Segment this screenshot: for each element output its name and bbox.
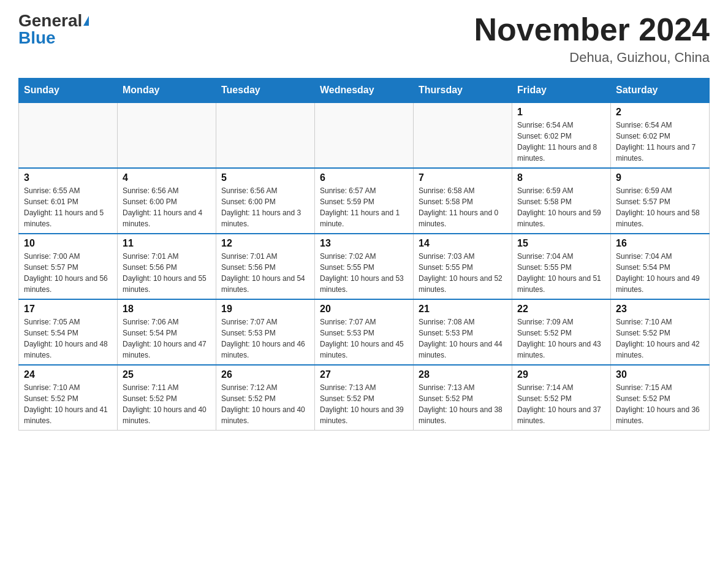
day-number: 25 (123, 369, 211, 380)
day-number: 23 (616, 304, 704, 315)
day-info: Sunrise: 7:00 AMSunset: 5:57 PMDaylight:… (24, 251, 112, 295)
day-number: 8 (517, 172, 605, 183)
day-number: 11 (123, 238, 211, 249)
day-info: Sunrise: 6:57 AMSunset: 5:59 PMDaylight:… (320, 185, 408, 229)
header-saturday: Saturday (611, 79, 710, 103)
day-number: 4 (123, 172, 211, 183)
day-info: Sunrise: 6:55 AMSunset: 6:01 PMDaylight:… (24, 185, 112, 229)
day-number: 3 (24, 172, 112, 183)
day-info: Sunrise: 6:54 AMSunset: 6:02 PMDaylight:… (517, 120, 605, 164)
calendar-header-row: SundayMondayTuesdayWednesdayThursdayFrid… (19, 79, 710, 103)
day-number: 15 (517, 238, 605, 249)
header-thursday: Thursday (414, 79, 512, 103)
calendar-cell: 23Sunrise: 7:10 AMSunset: 5:52 PMDayligh… (611, 299, 710, 365)
calendar-cell: 28Sunrise: 7:13 AMSunset: 5:52 PMDayligh… (414, 365, 512, 431)
calendar-cell: 19Sunrise: 7:07 AMSunset: 5:53 PMDayligh… (216, 299, 315, 365)
day-number: 12 (221, 238, 309, 249)
day-info: Sunrise: 7:13 AMSunset: 5:52 PMDaylight:… (320, 382, 408, 426)
day-number: 13 (320, 238, 408, 249)
week-row-3: 10Sunrise: 7:00 AMSunset: 5:57 PMDayligh… (19, 234, 710, 299)
calendar-cell: 16Sunrise: 7:04 AMSunset: 5:54 PMDayligh… (611, 234, 710, 299)
header-sunday: Sunday (19, 79, 118, 103)
day-number: 14 (419, 238, 507, 249)
day-info: Sunrise: 6:56 AMSunset: 6:00 PMDaylight:… (221, 185, 309, 229)
title-area: November 2024 Dehua, Guizhou, China (474, 12, 710, 66)
week-row-4: 17Sunrise: 7:05 AMSunset: 5:54 PMDayligh… (19, 299, 710, 365)
day-number: 29 (517, 369, 605, 380)
calendar-cell: 2Sunrise: 6:54 AMSunset: 6:02 PMDaylight… (611, 102, 710, 168)
calendar-cell: 3Sunrise: 6:55 AMSunset: 6:01 PMDaylight… (19, 168, 118, 234)
calendar-cell: 15Sunrise: 7:04 AMSunset: 5:55 PMDayligh… (512, 234, 611, 299)
location-text: Dehua, Guizhou, China (474, 50, 710, 66)
day-number: 5 (221, 172, 309, 183)
page-header: General Blue November 2024 Dehua, Guizho… (18, 12, 710, 66)
day-info: Sunrise: 7:01 AMSunset: 5:56 PMDaylight:… (221, 251, 309, 295)
calendar-cell: 5Sunrise: 6:56 AMSunset: 6:00 PMDaylight… (216, 168, 315, 234)
calendar-cell (19, 102, 118, 168)
calendar-cell (118, 102, 216, 168)
day-number: 28 (419, 369, 507, 380)
day-info: Sunrise: 7:12 AMSunset: 5:52 PMDaylight:… (221, 382, 309, 426)
calendar-cell: 9Sunrise: 6:59 AMSunset: 5:57 PMDaylight… (611, 168, 710, 234)
calendar-cell: 8Sunrise: 6:59 AMSunset: 5:58 PMDaylight… (512, 168, 611, 234)
calendar-cell (315, 102, 414, 168)
day-number: 17 (24, 304, 112, 315)
day-info: Sunrise: 7:07 AMSunset: 5:53 PMDaylight:… (320, 316, 408, 361)
calendar-cell: 30Sunrise: 7:15 AMSunset: 5:52 PMDayligh… (611, 365, 710, 431)
day-info: Sunrise: 7:04 AMSunset: 5:54 PMDaylight:… (616, 251, 704, 295)
day-info: Sunrise: 7:11 AMSunset: 5:52 PMDaylight:… (123, 382, 211, 426)
calendar-cell (216, 102, 315, 168)
calendar-cell: 10Sunrise: 7:00 AMSunset: 5:57 PMDayligh… (19, 234, 118, 299)
day-number: 30 (616, 369, 704, 380)
day-number: 2 (616, 107, 704, 118)
calendar-cell: 21Sunrise: 7:08 AMSunset: 5:53 PMDayligh… (414, 299, 512, 365)
day-info: Sunrise: 6:54 AMSunset: 6:02 PMDaylight:… (616, 120, 704, 164)
week-row-5: 24Sunrise: 7:10 AMSunset: 5:52 PMDayligh… (19, 365, 710, 431)
logo-triangle-icon (83, 16, 89, 26)
week-row-2: 3Sunrise: 6:55 AMSunset: 6:01 PMDaylight… (19, 168, 710, 234)
day-number: 27 (320, 369, 408, 380)
day-number: 6 (320, 172, 408, 183)
day-number: 16 (616, 238, 704, 249)
day-info: Sunrise: 7:01 AMSunset: 5:56 PMDaylight:… (123, 251, 211, 295)
day-info: Sunrise: 7:05 AMSunset: 5:54 PMDaylight:… (24, 316, 112, 361)
day-number: 10 (24, 238, 112, 249)
day-info: Sunrise: 7:15 AMSunset: 5:52 PMDaylight:… (616, 382, 704, 426)
calendar-cell: 26Sunrise: 7:12 AMSunset: 5:52 PMDayligh… (216, 365, 315, 431)
calendar-cell: 29Sunrise: 7:14 AMSunset: 5:52 PMDayligh… (512, 365, 611, 431)
day-info: Sunrise: 6:58 AMSunset: 5:58 PMDaylight:… (419, 185, 507, 229)
day-info: Sunrise: 7:07 AMSunset: 5:53 PMDaylight:… (221, 316, 309, 361)
calendar-cell: 13Sunrise: 7:02 AMSunset: 5:55 PMDayligh… (315, 234, 414, 299)
day-info: Sunrise: 7:02 AMSunset: 5:55 PMDaylight:… (320, 251, 408, 295)
day-number: 24 (24, 369, 112, 380)
day-info: Sunrise: 7:08 AMSunset: 5:53 PMDaylight:… (419, 316, 507, 361)
day-info: Sunrise: 7:10 AMSunset: 5:52 PMDaylight:… (24, 382, 112, 426)
day-number: 18 (123, 304, 211, 315)
calendar-cell: 6Sunrise: 6:57 AMSunset: 5:59 PMDaylight… (315, 168, 414, 234)
calendar-cell: 18Sunrise: 7:06 AMSunset: 5:54 PMDayligh… (118, 299, 216, 365)
calendar-cell: 14Sunrise: 7:03 AMSunset: 5:55 PMDayligh… (414, 234, 512, 299)
calendar-cell: 22Sunrise: 7:09 AMSunset: 5:52 PMDayligh… (512, 299, 611, 365)
day-number: 19 (221, 304, 309, 315)
header-monday: Monday (118, 79, 216, 103)
day-info: Sunrise: 7:04 AMSunset: 5:55 PMDaylight:… (517, 251, 605, 295)
day-info: Sunrise: 6:56 AMSunset: 6:00 PMDaylight:… (123, 185, 211, 229)
calendar-cell: 17Sunrise: 7:05 AMSunset: 5:54 PMDayligh… (19, 299, 118, 365)
calendar-cell: 11Sunrise: 7:01 AMSunset: 5:56 PMDayligh… (118, 234, 216, 299)
calendar-cell (414, 102, 512, 168)
day-number: 21 (419, 304, 507, 315)
calendar-cell: 20Sunrise: 7:07 AMSunset: 5:53 PMDayligh… (315, 299, 414, 365)
calendar-cell: 25Sunrise: 7:11 AMSunset: 5:52 PMDayligh… (118, 365, 216, 431)
logo: General Blue (18, 12, 89, 47)
day-number: 22 (517, 304, 605, 315)
calendar-table: SundayMondayTuesdayWednesdayThursdayFrid… (18, 78, 710, 431)
day-number: 1 (517, 107, 605, 118)
day-info: Sunrise: 7:06 AMSunset: 5:54 PMDaylight:… (123, 316, 211, 361)
calendar-cell: 4Sunrise: 6:56 AMSunset: 6:00 PMDaylight… (118, 168, 216, 234)
calendar-cell: 27Sunrise: 7:13 AMSunset: 5:52 PMDayligh… (315, 365, 414, 431)
day-info: Sunrise: 7:13 AMSunset: 5:52 PMDaylight:… (419, 382, 507, 426)
calendar-cell: 7Sunrise: 6:58 AMSunset: 5:58 PMDaylight… (414, 168, 512, 234)
day-info: Sunrise: 6:59 AMSunset: 5:58 PMDaylight:… (517, 185, 605, 229)
day-number: 20 (320, 304, 408, 315)
day-number: 26 (221, 369, 309, 380)
